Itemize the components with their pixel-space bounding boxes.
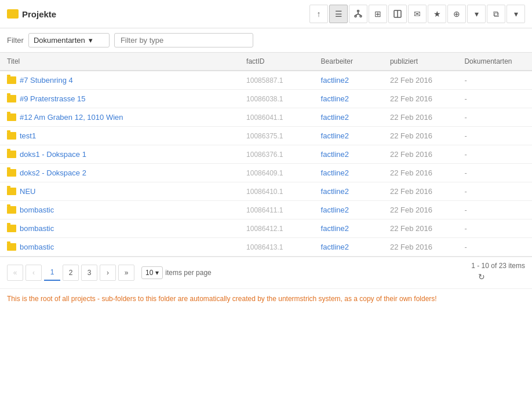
dokumentarten-value: - (464, 206, 467, 214)
cell-titel: bombastic (0, 219, 239, 238)
item-link[interactable]: doks1 - Dokspace 1 (20, 150, 86, 159)
factid-value: 10086411.1 (246, 206, 283, 214)
bearbeiter-link[interactable]: factline2 (321, 131, 349, 140)
chevron-down-icon: ▾ (155, 269, 159, 277)
cell-dokumentarten: - (457, 219, 532, 238)
page-3-button[interactable]: 3 (81, 265, 97, 281)
filter-type-input[interactable] (114, 33, 253, 47)
table-body: #7 Stubenring 4 10085887.1 factline2 22 … (0, 71, 532, 257)
items-per-page-select[interactable]: 10 ▾ (141, 266, 163, 279)
item-link[interactable]: #12 Am Graben 12, 1010 Wien (20, 113, 123, 122)
cell-titel: doks1 - Dokspace 1 (0, 145, 239, 164)
item-link[interactable]: NEU (20, 187, 35, 196)
cell-factid: 10086038.1 (239, 90, 314, 108)
svg-point-1 (355, 16, 356, 17)
page-1-button[interactable]: 1 (44, 265, 60, 281)
prev-page-button[interactable]: ‹ (25, 265, 42, 281)
folder-icon (7, 132, 16, 140)
bearbeiter-link[interactable]: factline2 (321, 224, 349, 233)
cell-bearbeiter: factline2 (314, 182, 383, 201)
cell-bearbeiter: factline2 (314, 90, 383, 108)
bearbeiter-link[interactable]: factline2 (321, 206, 349, 214)
cell-dokumentarten: - (457, 71, 532, 90)
bearbeiter-link[interactable]: factline2 (321, 168, 349, 177)
page-2-button[interactable]: 2 (63, 265, 79, 281)
pagination-info: 1 - 10 of 23 items ↻ (471, 262, 525, 284)
row-title-container: #9 Praterstrasse 15 (7, 94, 232, 103)
publiziert-value: 22 Feb 2016 (390, 187, 432, 196)
svg-point-0 (358, 10, 359, 12)
last-page-button[interactable]: » (118, 265, 134, 281)
list-view-button[interactable]: ☰ (329, 5, 348, 23)
row-title-container: bombastic (7, 243, 232, 251)
bearbeiter-link[interactable]: factline2 (321, 113, 349, 122)
upload-button[interactable]: ↑ (309, 5, 328, 23)
email-button[interactable]: ✉ (408, 5, 427, 23)
chevron-down-icon: ▾ (89, 36, 104, 45)
item-link[interactable]: bombastic (20, 243, 54, 251)
grid-view-button[interactable]: ⊞ (369, 5, 387, 23)
cell-titel: #12 Am Graben 12, 1010 Wien (0, 108, 239, 127)
footer-note: This is the root of all projects - sub-f… (0, 288, 532, 309)
cell-factid: 10086375.1 (239, 127, 314, 145)
cell-factid: 10085887.1 (239, 71, 314, 90)
row-title-container: bombastic (7, 224, 232, 233)
bearbeiter-link[interactable]: factline2 (321, 243, 349, 251)
cell-bearbeiter: factline2 (314, 164, 383, 182)
table-row: NEU 10086410.1 factline2 22 Feb 2016 - (0, 182, 532, 201)
more-options-button-2[interactable]: ▾ (507, 5, 525, 23)
cell-factid: 10086041.1 (239, 108, 314, 127)
cell-factid: 10086410.1 (239, 182, 314, 201)
publiziert-value: 22 Feb 2016 (390, 224, 432, 233)
item-link[interactable]: bombastic (20, 206, 54, 214)
row-title-container: doks1 - Dokspace 1 (7, 150, 232, 159)
item-link[interactable]: bombastic (20, 224, 54, 233)
refresh-button[interactable]: ↻ (475, 270, 489, 284)
folder-icon (7, 113, 16, 121)
row-title-container: doks2 - Dokspace 2 (7, 168, 232, 177)
cell-dokumentarten: - (457, 182, 532, 201)
header-title: Projekte (7, 9, 309, 19)
publiziert-value: 22 Feb 2016 (390, 150, 432, 159)
app-container: Projekte ↑ ☰ ⊞ (0, 0, 532, 309)
col-header-factid: factID (239, 53, 314, 71)
cell-publiziert: 22 Feb 2016 (383, 127, 458, 145)
item-link[interactable]: test1 (20, 131, 36, 140)
factid-value: 10085887.1 (246, 76, 283, 85)
item-link[interactable]: doks2 - Dokspace 2 (20, 168, 86, 177)
bearbeiter-link[interactable]: factline2 (321, 76, 349, 85)
cell-publiziert: 22 Feb 2016 (383, 145, 458, 164)
cell-dokumentarten: - (457, 201, 532, 219)
filter-label: Filter (7, 36, 24, 45)
factid-value: 10086409.1 (246, 169, 283, 177)
cell-publiziert: 22 Feb 2016 (383, 238, 458, 257)
item-link[interactable]: #7 Stubenring 4 (20, 76, 73, 85)
bearbeiter-link[interactable]: factline2 (321, 150, 349, 159)
next-page-button[interactable]: › (100, 265, 116, 281)
first-page-button[interactable]: « (7, 265, 23, 281)
cell-dokumentarten: - (457, 127, 532, 145)
filter-type-select[interactable]: Dokumentarten ▾ (28, 33, 110, 47)
favorites-button[interactable]: ★ (428, 5, 446, 23)
more-options-button-1[interactable]: ▾ (467, 5, 486, 23)
dokumentarten-value: - (464, 187, 467, 196)
dokumentarten-value: - (464, 113, 467, 122)
table-row: bombastic 10086411.1 factline2 22 Feb 20… (0, 201, 532, 219)
add-button[interactable]: ⊕ (447, 5, 466, 23)
table-row: doks1 - Dokspace 1 10086376.1 factline2 … (0, 145, 532, 164)
dokumentarten-value: - (464, 131, 467, 140)
copy-button[interactable]: ⧉ (487, 5, 505, 23)
cell-bearbeiter: factline2 (314, 145, 383, 164)
tree-view-button[interactable] (349, 5, 367, 23)
cell-bearbeiter: factline2 (314, 71, 383, 90)
svg-line-4 (356, 14, 359, 16)
cell-dokumentarten: - (457, 164, 532, 182)
cell-titel: NEU (0, 182, 239, 201)
bearbeiter-link[interactable]: factline2 (321, 94, 349, 103)
folder-icon (7, 225, 16, 232)
folder-icon (7, 188, 16, 195)
bearbeiter-link[interactable]: factline2 (321, 187, 349, 196)
item-link[interactable]: #9 Praterstrasse 15 (20, 94, 85, 103)
publiziert-value: 22 Feb 2016 (390, 76, 432, 85)
split-view-button[interactable] (388, 5, 407, 23)
